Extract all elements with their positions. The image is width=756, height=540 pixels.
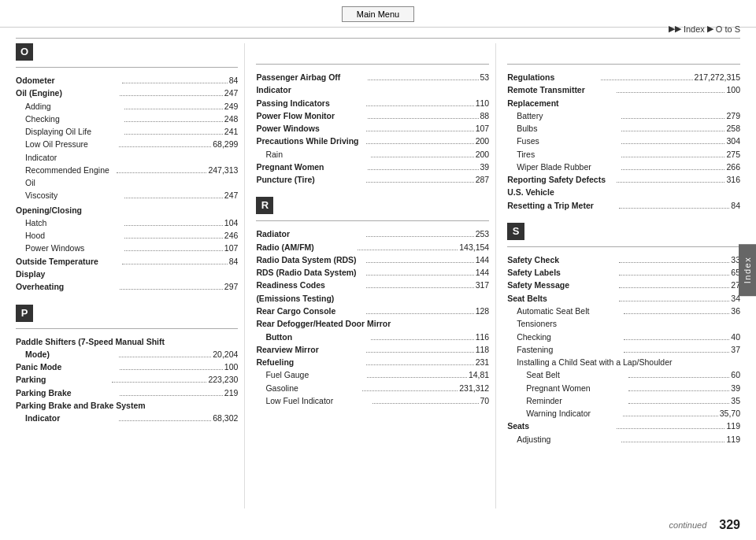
list-item: Gasoline 231,312	[256, 382, 489, 394]
main-content: O Odometer 84 Oil (Engine) 247 Adding 24…	[16, 43, 740, 509]
list-item: Indicator 68,302	[16, 412, 238, 424]
list-item: Adjusting 119	[507, 433, 740, 446]
section-gap-s	[507, 212, 740, 223]
list-item: Safety Message 27	[507, 279, 740, 291]
list-item: Safety Check 33	[507, 253, 740, 266]
list-item: Button 116	[256, 331, 489, 343]
breadcrumb-arrows: ▶▶	[669, 24, 681, 34]
section-letter-r: R	[256, 197, 273, 214]
list-item: Parking 223,230	[16, 373, 238, 386]
list-item: Passenger Airbag Off Indicator 53	[256, 71, 489, 97]
list-item: Warning Indicator 35,70	[507, 407, 740, 420]
section-p-continued: Passenger Airbag Off Indicator 53 Passin…	[256, 43, 489, 186]
divider-p2	[256, 64, 489, 65]
list-item: Radiator 253	[256, 227, 489, 240]
breadcrumb-text1: Index	[684, 24, 705, 34]
list-item: Hatch 104	[16, 216, 238, 229]
list-item: Reminder 35	[507, 394, 740, 407]
list-item: Checking 248	[16, 113, 238, 125]
list-item: Power Windows 107	[16, 242, 238, 254]
divider-p	[16, 328, 238, 329]
page-number: 329	[719, 518, 740, 532]
list-item: Puncture (Tire) 287	[256, 173, 489, 186]
list-item: Power Flow Monitor 88	[256, 109, 489, 122]
section-s: S Safety Check 33 Safety Labels 65 Safet…	[507, 223, 740, 446]
bottom-bar: continued 329	[669, 518, 740, 532]
list-item: Battery 279	[507, 109, 740, 122]
list-item: Radio (AM/FM) 143,154	[256, 241, 489, 253]
list-item: Rearview Mirror 118	[256, 343, 489, 356]
side-tab-index: Index	[739, 244, 756, 296]
list-item: Opening/Closing	[16, 204, 238, 216]
continued-label: continued	[669, 520, 707, 530]
column-3: Regulations 217,272,315 Remote Transmitt…	[495, 43, 740, 509]
list-item: Overheating 297	[16, 280, 238, 293]
list-item: Reporting Safety Defects U.S. Vehicle 31…	[507, 173, 740, 199]
column-1: O Odometer 84 Oil (Engine) 247 Adding 24…	[16, 43, 244, 509]
list-item: Power Windows 107	[256, 122, 489, 135]
list-item: Checking 40	[507, 331, 740, 343]
breadcrumb: ▶▶ Index ▶ O to S	[669, 24, 740, 34]
section-r: R Radiator 253 Radio (AM/FM) 143,154 Rad…	[256, 197, 489, 407]
section-o: O Odometer 84 Oil (Engine) 247 Adding 24…	[16, 43, 238, 294]
list-item: Precautions While Driving 200	[256, 135, 489, 147]
list-item: Recommended Engine Oil 247,313	[16, 164, 238, 190]
divider-r2	[507, 64, 740, 65]
main-menu-button[interactable]: Main Menu	[342, 6, 414, 22]
list-item: Remote Transmitter 100	[507, 83, 740, 96]
section-letter-s: S	[507, 223, 524, 240]
list-item: Replacement	[507, 97, 740, 109]
list-item: Low Fuel Indicator 70	[256, 394, 489, 407]
list-item: Adding 249	[16, 100, 238, 113]
list-item: Viscosity 247	[16, 189, 238, 202]
section-letter-o: O	[16, 43, 33, 61]
list-item: Refueling 231	[256, 356, 489, 368]
list-item: Safety Labels 65	[507, 266, 740, 279]
breadcrumb-text2: O to S	[716, 24, 740, 34]
list-item: Radio Data System (RDS) 144	[256, 253, 489, 266]
breadcrumb-arrow2: ▶	[707, 24, 713, 34]
top-rule	[16, 38, 740, 39]
divider-s	[507, 246, 740, 247]
list-item: Parking Brake 219	[16, 387, 238, 399]
list-item: Bulbs 258	[507, 122, 740, 135]
list-item: Readiness Codes (Emissions Testing) 317	[256, 279, 489, 305]
top-bar: Main Menu	[0, 0, 756, 28]
list-item: Rain 200	[256, 148, 489, 161]
section-gap-r	[256, 186, 489, 197]
list-item: Seats 119	[507, 420, 740, 432]
section-p: P Paddle Shifters (7-Speed Manual Shift …	[16, 305, 238, 425]
list-item: Fastening 37	[507, 343, 740, 356]
list-item: Pregnant Women 39	[507, 382, 740, 394]
list-item: RDS (Radio Data System) 144	[256, 266, 489, 279]
list-item: Fuses 304	[507, 135, 740, 147]
list-item: Fuel Gauge 14,81	[256, 368, 489, 381]
list-item: Hood 246	[16, 229, 238, 242]
divider-r	[256, 220, 489, 221]
list-item: Panic Mode 100	[16, 361, 238, 373]
list-item: Mode) 20,204	[16, 348, 238, 361]
column-2: Passenger Airbag Off Indicator 53 Passin…	[244, 43, 495, 509]
list-item: Seat Belt 60	[507, 368, 740, 381]
list-item: Regulations 217,272,315	[507, 71, 740, 83]
divider-o	[16, 67, 238, 68]
list-item: Tires 275	[507, 148, 740, 161]
list-item: Resetting a Trip Meter 84	[507, 199, 740, 212]
list-item: Rear Cargo Console 128	[256, 305, 489, 317]
list-item: Rear Defogger/Heated Door Mirror	[256, 317, 489, 330]
list-item: Automatic Seat Belt Tensioners 36	[507, 305, 740, 331]
section-letter-p: P	[16, 305, 33, 322]
list-item: Passing Indicators 110	[256, 97, 489, 109]
list-item: Pregnant Women 39	[256, 161, 489, 173]
section-gap	[16, 294, 238, 305]
list-item: Wiper Blade Rubber 266	[507, 161, 740, 173]
section-r-continued: Regulations 217,272,315 Remote Transmitt…	[507, 43, 740, 212]
list-item: Oil (Engine) 247	[16, 87, 238, 99]
list-item: Seat Belts 34	[507, 292, 740, 305]
list-item: Outside Temperature Display 84	[16, 255, 238, 281]
list-item: Parking Brake and Brake System	[16, 399, 238, 412]
list-item: Odometer 84	[16, 74, 238, 87]
list-item: Paddle Shifters (7-Speed Manual Shift	[16, 335, 238, 348]
list-item: Low Oil Pressure Indicator 68,299	[16, 138, 238, 164]
list-item: Displaying Oil Life 241	[16, 125, 238, 138]
